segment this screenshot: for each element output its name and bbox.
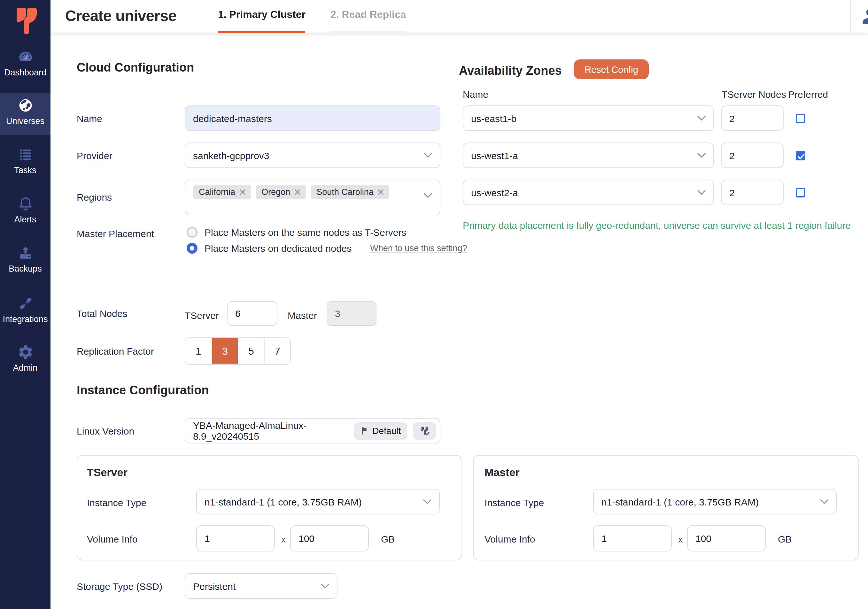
top-header: Create universe 1. Primary Cluster 2. Re… (51, 0, 868, 33)
remove-region-icon[interactable] (294, 189, 301, 195)
provider-label: Provider (77, 150, 113, 161)
az-zone-select[interactable]: us-west2-a (463, 180, 714, 205)
az-nodes-input[interactable] (721, 105, 784, 131)
default-badge-label: Default (372, 426, 401, 436)
total-nodes-label: Total Nodes (77, 308, 127, 319)
when-to-use-link[interactable]: When to use this setting? (370, 243, 467, 253)
az-zone-select[interactable]: us-east1-b (463, 105, 714, 131)
instance-type-label: Instance Type (485, 497, 544, 508)
chevron-down-icon (698, 153, 706, 158)
yugabyte-check-icon (418, 425, 431, 437)
region-chip[interactable]: South Carolina (311, 185, 389, 199)
provider-value: sanketh-gcpprov3 (193, 150, 270, 161)
task-list-icon (17, 146, 34, 163)
tab-underline (218, 31, 305, 33)
sidebar-item-alerts[interactable]: Alerts (0, 195, 51, 224)
remove-region-icon[interactable] (240, 189, 245, 195)
preferred-checkbox[interactable] (796, 151, 805, 160)
sidebar: Dashboard Universes Tasks (0, 0, 51, 609)
volume-unit-label: GB (778, 534, 792, 544)
name-label: Name (77, 113, 102, 124)
master-volume-size-input[interactable] (687, 525, 766, 552)
sidebar-item-integrations[interactable]: Integrations (0, 295, 51, 324)
linux-version-select[interactable]: YBA-Managed-AlmaLinux-8.9_v20240515 Defa… (185, 418, 440, 443)
sidebar-item-tasks[interactable]: Tasks (0, 146, 51, 175)
az-nodes-input[interactable] (721, 180, 784, 205)
region-chip[interactable]: California (193, 185, 251, 199)
master-volume-count-input[interactable] (593, 525, 672, 552)
sidebar-item-backups[interactable]: Backups (0, 245, 51, 274)
availability-zones-heading: Availability Zones (459, 64, 562, 78)
reset-config-button[interactable]: Reset Config (574, 59, 649, 79)
header-divider (850, 0, 851, 33)
remove-region-icon[interactable] (378, 189, 384, 195)
instance-type-value: n1-standard-1 (1 core, 3.75GB RAM) (205, 496, 362, 507)
tserver-nodes-input[interactable] (227, 301, 277, 326)
master-instance-type-select[interactable]: n1-standard-1 (1 core, 3.75GB RAM) (593, 489, 837, 514)
regions-multiselect[interactable]: California Oregon South Carolina (185, 180, 440, 215)
user-profile-icon[interactable] (859, 5, 868, 27)
chevron-down-icon (424, 153, 432, 158)
az-zone-value: us-east1-b (471, 113, 516, 124)
storage-type-value: Persistent (193, 581, 236, 592)
region-chip-label: Oregon (262, 187, 290, 197)
rf-option-5[interactable]: 5 (238, 338, 264, 364)
tserver-card-title: TServer (87, 466, 127, 479)
sidebar-item-universes[interactable]: Universes (0, 97, 51, 126)
instance-type-value: n1-standard-1 (1 core, 3.75GB RAM) (601, 496, 759, 507)
volume-times-label: x (281, 534, 286, 544)
sidebar-item-dashboard[interactable]: Dashboard (0, 48, 51, 77)
master-placement-option-dedicated[interactable]: Place Masters on dedicated nodes When to… (187, 243, 467, 254)
tab-label: 1. Primary Cluster (218, 9, 305, 20)
radio-option-label: Place Masters on the same nodes as T-Ser… (205, 227, 406, 238)
preferred-checkbox[interactable] (796, 114, 805, 123)
storage-type-select[interactable]: Persistent (185, 573, 338, 599)
replication-factor-label: Replication Factor (77, 346, 154, 356)
radio-same-nodes[interactable] (187, 227, 197, 238)
master-nodes-input (327, 301, 377, 326)
globe-icon (17, 97, 34, 114)
backup-upload-icon (17, 245, 34, 261)
section-divider (77, 364, 855, 364)
universe-name-input[interactable] (185, 105, 440, 131)
az-column-name: Name (463, 89, 488, 100)
provider-select[interactable]: sanketh-gcpprov3 (185, 143, 440, 168)
chevron-down-icon (698, 190, 706, 195)
storage-type-label: Storage Type (SSD) (77, 581, 162, 592)
yugabyte-logo[interactable] (0, 6, 51, 38)
rf-option-3[interactable]: 3 (212, 338, 238, 364)
master-placement-label: Master Placement (77, 228, 154, 239)
tserver-volume-count-input[interactable] (196, 525, 275, 552)
bell-icon (17, 195, 34, 212)
tab-read-replica[interactable]: 2. Read Replica (330, 0, 406, 33)
volume-unit-label: GB (381, 534, 395, 544)
rf-option-1[interactable]: 1 (185, 338, 212, 364)
rf-option-7[interactable]: 7 (264, 338, 290, 364)
az-nodes-input[interactable] (721, 143, 784, 168)
sidebar-item-label: Backups (0, 264, 51, 274)
yugabyte-managed-icon[interactable] (413, 422, 436, 439)
tab-primary-cluster[interactable]: 1. Primary Cluster (218, 0, 305, 33)
chevron-down-icon (321, 583, 329, 589)
tserver-card: TServer Instance Type n1-standard-1 (1 c… (77, 455, 462, 561)
master-placement-option-same-nodes[interactable]: Place Masters on the same nodes as T-Ser… (187, 227, 406, 238)
sidebar-item-label: Universes (0, 116, 51, 126)
tab-underline (330, 31, 406, 33)
master-count-label: Master (288, 310, 317, 321)
main-content: Cloud Configuration Name Provider sanket… (51, 33, 868, 609)
az-zone-value: us-west2-a (471, 187, 518, 198)
radio-dedicated-nodes[interactable] (187, 243, 197, 254)
linux-version-label: Linux Version (77, 426, 134, 437)
tserver-instance-type-select[interactable]: n1-standard-1 (1 core, 3.75GB RAM) (196, 489, 440, 514)
region-chip[interactable]: Oregon (256, 185, 306, 199)
volume-info-label: Volume Info (87, 534, 138, 544)
tserver-volume-size-input[interactable] (290, 525, 369, 552)
az-zone-select[interactable]: us-west1-a (463, 143, 714, 168)
master-card-title: Master (485, 466, 520, 479)
sidebar-item-label: Tasks (0, 166, 51, 175)
chevron-down-icon (698, 116, 706, 121)
az-zone-value: us-west1-a (471, 150, 518, 161)
sidebar-item-admin[interactable]: Admin (0, 344, 51, 373)
region-chip-label: South Carolina (316, 187, 374, 197)
preferred-checkbox[interactable] (796, 188, 805, 197)
